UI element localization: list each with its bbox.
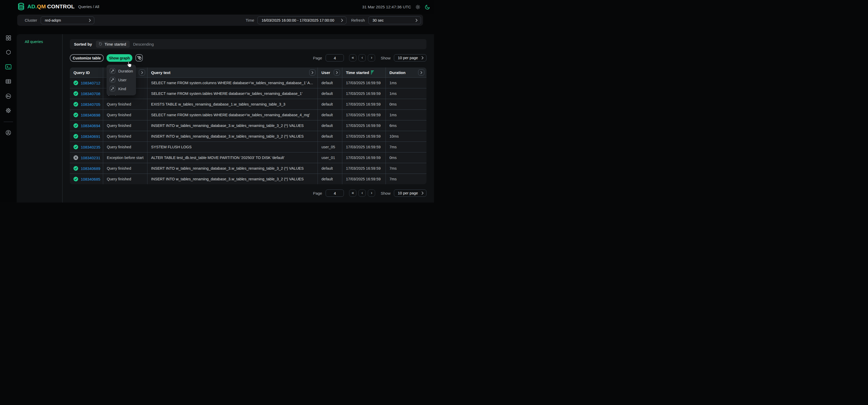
page-number-input[interactable]: [326, 54, 344, 61]
query-id-link[interactable]: 108340708: [81, 91, 100, 96]
column-header-user: User: [318, 67, 342, 78]
chevron-right-icon: [422, 192, 424, 195]
duration-cell: 1ms: [386, 88, 427, 99]
query-id-link[interactable]: 108340712: [81, 81, 100, 85]
chevron-right-icon: [341, 19, 343, 22]
page-label: Page: [313, 56, 322, 60]
chevron-right-icon: [312, 71, 313, 74]
nav-all-queries[interactable]: All queries: [25, 39, 43, 44]
per-page-value: 10 per page: [398, 56, 419, 60]
previous-page-button[interactable]: ‹: [359, 190, 366, 197]
table-row[interactable]: 108340698 Query finished SELECT name FRO…: [70, 110, 427, 120]
query-id-link[interactable]: 108340685: [81, 177, 100, 181]
light-theme-sun-icon[interactable]: [415, 4, 421, 10]
sidebar-item-settings[interactable]: [5, 107, 11, 114]
breadcrumb[interactable]: Queries / All: [78, 4, 99, 9]
user-cell: user_05: [318, 142, 342, 152]
status-success-icon: [73, 102, 78, 107]
time-started-cell: 17/03/2025 16:59:59: [342, 142, 386, 152]
sort-direction[interactable]: Descending: [133, 42, 154, 47]
previous-page-button[interactable]: ‹: [359, 54, 366, 61]
menu-item-duration[interactable]: Duration: [106, 66, 136, 75]
per-page-value: 10 per page: [398, 191, 419, 195]
app-logo[interactable]: AD.QMCONTROL: [17, 2, 74, 11]
time-label: Time: [246, 18, 254, 22]
expand-user-column-button[interactable]: [334, 69, 340, 76]
sidebar-item-dashboard[interactable]: [5, 35, 11, 41]
sort-field-chip[interactable]: Time started: [96, 41, 130, 48]
per-page-select[interactable]: 10 per page: [394, 54, 427, 61]
mouse-cursor: [126, 61, 132, 68]
query-id-link[interactable]: 108340691: [81, 134, 100, 139]
table-row[interactable]: 108340689 Query finished INSERT INTO w_t…: [70, 163, 427, 174]
query-text-cell: SELECT name FROM system.tables WHERE dat…: [148, 110, 318, 120]
table-row[interactable]: 108340685 Query finished INSERT INTO w_t…: [70, 174, 427, 184]
content-area: All queries Sorted by Time started Desce…: [17, 34, 434, 202]
expand-status-column-button[interactable]: [139, 69, 145, 76]
sorted-by-bar: Sorted by Time started Descending: [70, 39, 427, 49]
refresh-select[interactable]: 30 sec: [368, 17, 421, 24]
table-row[interactable]: 108340705 Query finished EXISTS TABLE w_…: [70, 99, 427, 110]
sorted-by-label: Sorted by: [74, 42, 92, 47]
menu-item-kind[interactable]: Kind: [106, 84, 136, 93]
table-row[interactable]: 108340691 Query finished INSERT INTO w_t…: [70, 131, 427, 142]
expand-duration-column-button[interactable]: [418, 69, 424, 76]
sidebar-item-clusters[interactable]: [5, 49, 11, 55]
page-number-input[interactable]: [326, 190, 344, 197]
query-status-cell: Exception before start: [103, 152, 148, 163]
duration-cell: 6ms: [386, 120, 427, 131]
user-cell: default: [318, 120, 342, 131]
table-row[interactable]: 108340231 Exception before start ALTER T…: [70, 152, 427, 163]
refresh-label: Refresh: [351, 18, 365, 22]
cluster-select[interactable]: red-adqm: [41, 17, 94, 24]
customize-table-button[interactable]: Customize table: [70, 54, 104, 62]
column-header-duration: Duration: [386, 67, 427, 78]
next-page-button[interactable]: ›: [368, 54, 375, 61]
table-row[interactable]: 108340694 Query finished INSERT INTO w_t…: [70, 120, 427, 131]
sidebar-item-access-key[interactable]: [5, 93, 11, 99]
refresh-value: 30 sec: [373, 18, 413, 22]
expand-query-text-column-button[interactable]: [309, 69, 315, 76]
pagination-bottom: Page « ‹ › Show 10 per page: [313, 190, 427, 197]
query-id-link[interactable]: 108340694: [81, 123, 100, 128]
reset-filters-button[interactable]: [135, 54, 143, 61]
time-started-cell: 17/03/2025 16:59:59: [342, 110, 386, 120]
filter-reset-icon: [137, 56, 142, 60]
query-id-link[interactable]: 108340705: [81, 102, 100, 107]
query-id-link[interactable]: 108340689: [81, 166, 100, 171]
query-text-cell: ALTER TABLE test_db.test_table MOVE PART…: [148, 152, 318, 163]
query-id-link[interactable]: 108340231: [81, 155, 100, 160]
query-id-link[interactable]: 108340235: [81, 145, 100, 149]
query-text-cell: INSERT INTO w_tables_renaming_database_3…: [148, 131, 318, 142]
column-header-time-started[interactable]: Time started: [342, 67, 386, 78]
time-started-cell: 17/03/2025 16:59:59: [342, 120, 386, 131]
status-error-icon: [73, 155, 78, 160]
first-page-button[interactable]: «: [349, 54, 356, 61]
sidebar-item-queries[interactable]: [5, 64, 11, 70]
first-page-button[interactable]: «: [349, 190, 356, 197]
per-page-select[interactable]: 10 per page: [394, 190, 427, 197]
next-page-button[interactable]: ›: [368, 190, 375, 197]
sidebar-item-profile[interactable]: [5, 129, 11, 136]
sidebar-divider: [4, 122, 13, 122]
query-text-cell: INSERT INTO w_tables_renaming_database_3…: [148, 174, 318, 184]
sidebar-item-tables[interactable]: [5, 78, 11, 84]
time-range-select[interactable]: 16/03/2025 16:00:00 - 17/03/2025 17:00:0…: [257, 17, 346, 24]
user-cell: default: [318, 99, 342, 110]
query-status-cell: Query finished: [103, 120, 148, 131]
time-started-cell: 17/03/2025 16:59:59: [342, 88, 386, 99]
chevron-right-icon: [336, 71, 338, 74]
query-id-link[interactable]: 108340698: [81, 113, 100, 117]
query-text-cell: INSERT INTO w_tables_renaming_database_3…: [148, 163, 318, 174]
query-status-cell: Query finished: [103, 142, 148, 152]
sort-field-value: Time started: [104, 42, 126, 47]
menu-item-user[interactable]: User: [106, 75, 136, 84]
show-graph-button[interactable]: Show graph: [106, 54, 132, 62]
show-label: Show: [381, 191, 391, 196]
dark-theme-moon-icon[interactable]: [425, 4, 430, 10]
sidebar: [0, 14, 17, 202]
status-success-icon: [73, 177, 78, 181]
query-status-cell: Query finished: [103, 110, 148, 120]
user-cell: default: [318, 163, 342, 174]
table-row[interactable]: 108340235 Query finished SYSTEM FLUSH LO…: [70, 142, 427, 152]
